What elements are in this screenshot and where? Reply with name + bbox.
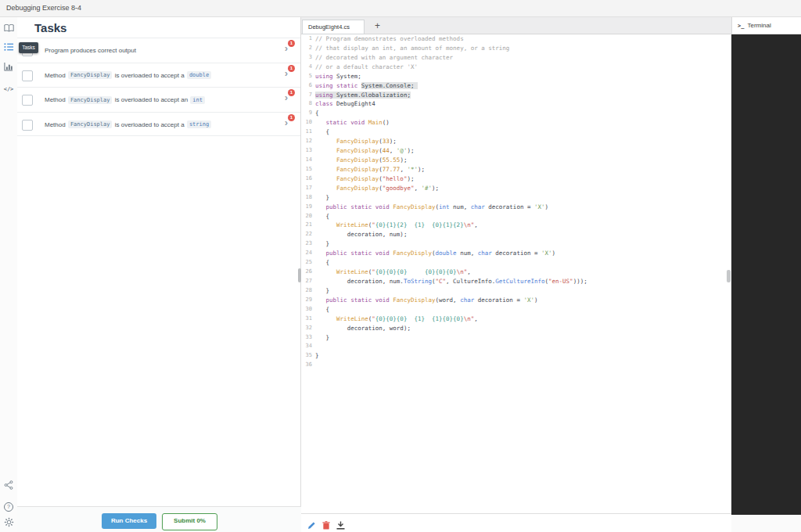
line-number: 18 <box>301 193 315 203</box>
code-line: 16 FancyDisplay("hello"); <box>301 174 731 184</box>
line-number: 36 <box>301 361 315 370</box>
code-line: 6using static System.Console; <box>301 81 731 91</box>
editor-footer <box>301 513 731 532</box>
line-number: 1 <box>301 34 315 44</box>
code-text: using static System.Console; <box>315 81 418 91</box>
code-text: WriteLine("{0}{0}{0} {0}{0}{0}\n", <box>315 268 471 277</box>
tasks-panel: Tasks Program produces correct output›1M… <box>17 17 301 532</box>
new-tab-button[interactable]: + <box>375 21 380 31</box>
task-row[interactable]: Method FancyDisplay is overloaded to acc… <box>17 63 300 88</box>
task-label: Method FancyDisplay is overloaded to acc… <box>45 113 212 138</box>
line-number: 11 <box>301 128 315 137</box>
edit-pencil-icon[interactable] <box>307 519 316 532</box>
code-text: public static void FancyDisplay(word, ch… <box>315 296 537 305</box>
line-number: 17 <box>301 184 315 193</box>
terminal-footer <box>731 515 801 532</box>
line-number: 22 <box>301 230 315 239</box>
line-number: 30 <box>301 305 315 315</box>
terminal-header[interactable]: >_Terminal <box>731 17 801 34</box>
line-number: 35 <box>301 351 315 361</box>
help-icon[interactable]: ? <box>0 498 17 510</box>
task-checkbox[interactable] <box>22 120 33 131</box>
settings-icon[interactable] <box>0 516 17 529</box>
line-number: 3 <box>301 53 315 63</box>
code-chip: FancyDisplay <box>68 71 113 79</box>
code-line: 27 decoration, num.ToString("C", Culture… <box>301 277 731 286</box>
task-row[interactable]: Method FancyDisplay is overloaded to acc… <box>17 87 300 112</box>
line-number: 13 <box>301 146 315 156</box>
code-line: 32 decoration, word); <box>301 324 731 333</box>
code-text: decoration, num); <box>315 230 407 239</box>
code-line: 18 } <box>301 193 731 203</box>
run-checks-button[interactable]: Run Checks <box>102 513 156 529</box>
code-line: 31 WriteLine("{0}{0}{0} {1} {1}{0}{0}\n"… <box>301 315 731 324</box>
line-number: 15 <box>301 165 315 174</box>
task-label: Program produces correct output <box>45 38 136 63</box>
terminal-panel: >_Terminal <box>731 17 801 532</box>
code-text: FancyDisplay(55.55); <box>315 156 407 165</box>
code-line: 7using System.Globalization; <box>301 91 731 100</box>
terminal-screen[interactable] <box>731 34 801 515</box>
line-number: 27 <box>301 277 315 286</box>
line-number: 25 <box>301 258 315 268</box>
code-text: { <box>315 128 329 137</box>
tasks-icon[interactable] <box>0 41 17 53</box>
share-icon[interactable] <box>0 479 17 491</box>
line-number: 19 <box>301 203 315 212</box>
task-fail-badge: 1 <box>288 89 295 96</box>
task-fail-badge: 1 <box>288 114 295 121</box>
task-label: Method FancyDisplay is overloaded to acc… <box>45 88 206 113</box>
code-line: 2// that display an int, an amount of mo… <box>301 44 731 53</box>
line-number: 24 <box>301 249 315 258</box>
code-line: 36 <box>301 361 731 370</box>
code-line: 3// decorated with an argument character <box>301 53 731 63</box>
code-line: 14 FancyDisplay(55.55); <box>301 156 731 165</box>
code-line: 1// Program demonstrates overloaded meth… <box>301 34 731 44</box>
code-text: WriteLine("{0}{0}{0} {1} {1}{0}{0}\n", <box>315 315 478 324</box>
line-number: 7 <box>301 91 315 100</box>
code-area[interactable]: 1// Program demonstrates overloaded meth… <box>301 34 731 513</box>
code-text: } <box>315 333 329 343</box>
code-chip: string <box>187 120 211 128</box>
tab-debugeight4[interactable]: DebugEight4.cs <box>302 20 365 34</box>
code-text: // decorated with an argument character <box>315 53 453 63</box>
code-text: FancyDisplay(44, '@'); <box>315 146 414 156</box>
task-text: Program produces correct output <box>45 47 136 54</box>
task-checkbox[interactable] <box>22 95 33 106</box>
code-icon[interactable]: </> <box>0 80 17 92</box>
submit-button[interactable]: Submit 0% <box>162 513 217 530</box>
code-line: 19 public static void FancyDisplay(int n… <box>301 203 731 212</box>
task-row[interactable]: Method FancyDisplay is overloaded to acc… <box>17 112 300 137</box>
line-number: 26 <box>301 268 315 277</box>
task-checkbox[interactable] <box>22 70 33 81</box>
line-number: 6 <box>301 81 315 91</box>
task-text: is overloaded to accept a <box>113 121 185 128</box>
code-text: // or a default character 'X' <box>315 63 418 72</box>
book-icon[interactable] <box>0 22 17 34</box>
task-fail-badge: 1 <box>288 65 295 72</box>
code-text: decoration, word); <box>315 324 411 333</box>
top-bar: Debugging Exercise 8-4 <box>0 0 801 17</box>
code-text: static void Main() <box>315 118 390 128</box>
delete-trash-icon[interactable] <box>322 519 330 532</box>
code-text: } <box>315 286 329 296</box>
line-number: 20 <box>301 212 315 221</box>
code-chip: FancyDisplay <box>68 96 113 104</box>
editor-scrollbar-thumb[interactable] <box>727 270 731 282</box>
code-text: using System; <box>315 72 361 81</box>
line-number: 8 <box>301 99 315 109</box>
line-number: 16 <box>301 174 315 184</box>
chart-icon[interactable] <box>0 60 17 73</box>
code-line: 12 FancyDisplay(33); <box>301 137 731 146</box>
code-text: using System.Globalization; <box>315 91 411 100</box>
code-line: 21 WriteLine("{0}{1}{2} {1} {0}{1}{2}\n"… <box>301 221 731 230</box>
line-number: 14 <box>301 156 315 165</box>
task-row[interactable]: Program produces correct output›1 <box>17 38 300 63</box>
line-number: 2 <box>301 44 315 53</box>
task-text: Method <box>45 96 67 103</box>
code-line: 9{ <box>301 109 731 118</box>
download-icon[interactable] <box>336 519 345 532</box>
line-number: 4 <box>301 63 315 72</box>
code-line: 22 decoration, num); <box>301 230 731 239</box>
line-number: 33 <box>301 333 315 343</box>
